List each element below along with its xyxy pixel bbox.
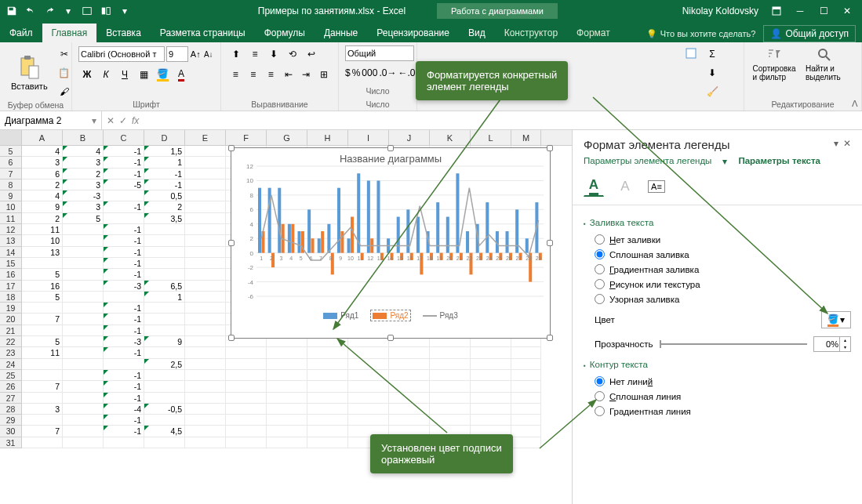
cell[interactable] — [144, 303, 185, 314]
cell[interactable] — [267, 370, 307, 381]
cell[interactable] — [63, 303, 104, 314]
cell[interactable] — [63, 415, 104, 426]
cell[interactable] — [511, 404, 541, 415]
cell[interactable] — [22, 415, 63, 426]
cell[interactable] — [185, 336, 226, 347]
row-header[interactable]: 14 — [0, 247, 22, 258]
col-header[interactable]: F — [226, 130, 267, 145]
cell[interactable]: -1 — [104, 347, 144, 358]
row-header[interactable]: 30 — [0, 426, 22, 437]
cell[interactable] — [63, 426, 104, 437]
grow-font-icon[interactable]: A↑ — [190, 45, 202, 63]
row-header[interactable]: 7 — [0, 169, 22, 179]
cell[interactable] — [307, 370, 348, 381]
cell[interactable]: -1 — [104, 201, 144, 212]
font-size-select[interactable] — [166, 46, 188, 62]
cell[interactable]: 9 — [22, 201, 63, 212]
cell[interactable] — [185, 404, 226, 415]
row-header[interactable]: 19 — [0, 303, 22, 314]
cell[interactable] — [185, 426, 226, 437]
cell[interactable] — [348, 404, 389, 415]
cell[interactable]: -1 — [104, 258, 144, 269]
cell[interactable] — [185, 303, 226, 314]
cell[interactable] — [185, 169, 226, 179]
cell[interactable]: 2,5 — [144, 359, 185, 370]
share-button[interactable]: 👤 Общий доступ — [763, 25, 856, 42]
legend-item-2-selected[interactable]: Ряд2 — [371, 310, 409, 321]
color-picker-button[interactable]: 🪣▾ — [821, 311, 851, 328]
cell[interactable]: 4 — [22, 146, 63, 157]
cell[interactable] — [389, 415, 430, 426]
cell[interactable] — [22, 359, 63, 370]
col-header[interactable]: H — [307, 130, 348, 145]
align-center-icon[interactable]: ≡ — [246, 66, 262, 83]
align-left-icon[interactable]: ≡ — [227, 66, 244, 83]
cell[interactable]: 1 — [144, 292, 185, 303]
format-painter-icon[interactable]: 🖌 — [56, 83, 73, 100]
cell[interactable] — [185, 269, 226, 280]
col-header[interactable]: B — [63, 130, 104, 145]
cell[interactable] — [389, 359, 430, 370]
cell[interactable] — [471, 415, 511, 426]
transparency-value[interactable]: 0%▴▾ — [813, 336, 851, 352]
underline-icon[interactable]: Ч — [116, 66, 133, 83]
cell[interactable]: 3,5 — [144, 213, 185, 224]
tab-home[interactable]: Главная — [42, 24, 97, 42]
qat-dropdown-icon[interactable]: ▾ — [116, 2, 133, 20]
cell[interactable] — [267, 359, 307, 370]
cell[interactable]: -1 — [104, 325, 144, 336]
row-header[interactable]: 5 — [0, 146, 22, 157]
comma-icon[interactable]: 000 — [362, 64, 377, 82]
cell[interactable] — [144, 347, 185, 358]
cell[interactable] — [63, 404, 104, 415]
cell[interactable] — [104, 359, 144, 370]
font-color-icon[interactable]: A — [173, 66, 190, 83]
qat-icon[interactable]: ▾ — [60, 2, 77, 20]
cell[interactable] — [430, 415, 471, 426]
indent-inc-icon[interactable]: ⇥ — [298, 66, 315, 83]
opt-solid-line[interactable]: Сплошная линия — [584, 389, 851, 404]
cell[interactable] — [63, 381, 104, 392]
col-header[interactable]: L — [471, 130, 511, 145]
row-header[interactable]: 28 — [0, 404, 22, 415]
cell[interactable]: 7 — [22, 426, 63, 437]
cell[interactable]: 3 — [63, 157, 104, 168]
fill-icon[interactable]: ⬇ — [704, 64, 721, 82]
cell[interactable]: -1 — [104, 169, 144, 179]
pane-subnav-options[interactable]: Параметры элемента легенды — [584, 156, 711, 167]
cell[interactable] — [144, 314, 185, 325]
cell[interactable] — [511, 370, 541, 381]
cell[interactable]: 7 — [22, 314, 63, 325]
cell[interactable] — [63, 269, 104, 280]
row-header[interactable]: 11 — [0, 213, 22, 224]
cell[interactable]: 2 — [22, 213, 63, 224]
cell[interactable] — [511, 359, 541, 370]
tab-formulas[interactable]: Формулы — [255, 24, 315, 42]
cell[interactable]: 13 — [22, 247, 63, 258]
sort-filter-button[interactable]: Сортировка и фильтр — [751, 45, 798, 83]
cell[interactable]: -1 — [104, 224, 144, 235]
cell[interactable] — [430, 381, 471, 392]
cell[interactable] — [63, 281, 104, 292]
cell[interactable] — [307, 381, 348, 392]
cell[interactable]: 9 — [144, 336, 185, 347]
cell[interactable]: 16 — [22, 281, 63, 292]
cell[interactable]: 4 — [63, 146, 104, 157]
orientation-icon[interactable]: ⟲ — [284, 45, 301, 63]
cell[interactable] — [63, 224, 104, 235]
cell[interactable]: 3 — [63, 179, 104, 190]
opt-gradient-fill[interactable]: Градиентная заливка — [584, 262, 851, 277]
cut-icon[interactable]: ✂ — [56, 45, 73, 63]
pane-subnav-text[interactable]: Параметры текста — [738, 156, 820, 167]
cell[interactable] — [144, 393, 185, 404]
cell[interactable]: 6,5 — [144, 281, 185, 292]
cell[interactable] — [267, 347, 307, 358]
cell[interactable] — [307, 415, 348, 426]
tab-file[interactable]: Файл — [0, 24, 42, 42]
row-header[interactable]: 17 — [0, 281, 22, 292]
cell[interactable] — [226, 370, 267, 381]
cell[interactable] — [185, 325, 226, 336]
cell[interactable] — [63, 370, 104, 381]
row-header[interactable]: 21 — [0, 325, 22, 336]
qat-icon[interactable] — [78, 2, 96, 20]
